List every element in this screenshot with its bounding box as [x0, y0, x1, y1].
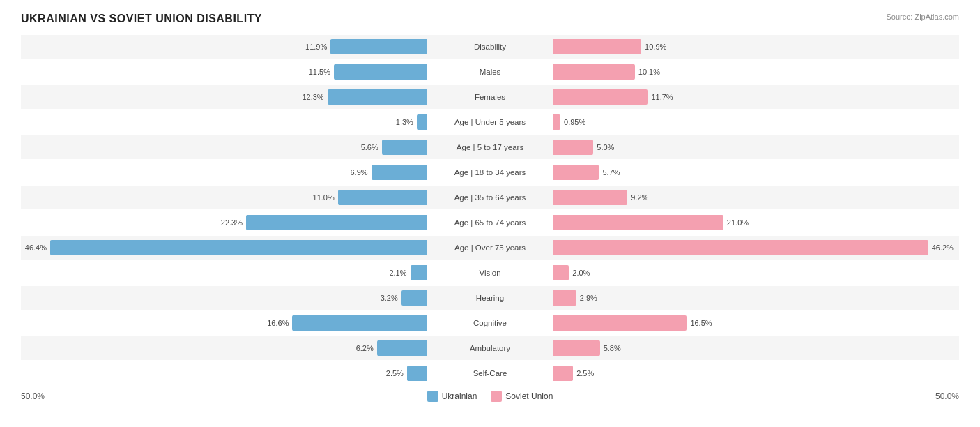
legend-item-soviet: Soviet Union: [491, 391, 553, 402]
bar-blue: [328, 89, 427, 105]
right-section: 0.95%: [553, 110, 959, 134]
axis-right: 50.0%: [935, 391, 959, 401]
left-bar-wrap: 5.6%: [21, 140, 427, 155]
legend-label-soviet: Soviet Union: [505, 391, 553, 401]
left-section: 11.5%: [21, 60, 427, 84]
bar-blue: [417, 114, 427, 130]
right-section: 2.9%: [553, 286, 959, 310]
val-right: 16.5%: [690, 319, 715, 327]
legend-label-ukrainian: Ukrainian: [442, 391, 477, 401]
left-bar-wrap: 16.6%: [21, 315, 427, 331]
chart-footer: 50.0% Ukrainian Soviet Union 50.0%: [21, 391, 959, 402]
right-bar-wrap: 9.2%: [553, 190, 959, 205]
left-section: 46.4%: [21, 236, 427, 260]
legend-item-ukrainian: Ukrainian: [427, 391, 477, 402]
left-bar-wrap: 2.5%: [21, 366, 427, 381]
left-section: 12.3%: [21, 85, 427, 109]
right-bar-wrap: 0.95%: [553, 114, 959, 130]
val-left: 12.3%: [299, 93, 324, 101]
right-bar-wrap: 16.5%: [553, 315, 959, 331]
chart-area: 11.9% Disability 10.9% 11.5% Males: [21, 35, 959, 385]
bar-row: 6.9% Age | 18 to 34 years 5.7%: [21, 160, 959, 184]
chart-title: UKRAINIAN VS SOVIET UNION DISABILITY: [21, 13, 262, 25]
bar-label: Males: [427, 68, 553, 76]
row-inner: 12.3% Females 11.7%: [21, 85, 959, 109]
left-section: 2.5%: [21, 361, 427, 385]
right-section: 5.8%: [553, 336, 959, 360]
val-left: 11.0%: [309, 193, 335, 202]
left-section: 11.9%: [21, 35, 427, 59]
left-section: 2.1%: [21, 261, 427, 285]
row-inner: 22.3% Age | 65 to 74 years 21.0%: [21, 211, 959, 234]
row-inner: 3.2% Hearing 2.9%: [21, 286, 959, 310]
right-bar-wrap: 11.7%: [553, 89, 959, 105]
right-bar-wrap: 5.0%: [553, 140, 959, 155]
right-section: 46.2%: [553, 236, 959, 260]
chart-container: UKRAINIAN VS SOVIET UNION DISABILITY Sou…: [0, 0, 980, 423]
right-bar-wrap: 46.2%: [553, 240, 959, 255]
right-section: 2.0%: [553, 261, 959, 285]
bar-row: 11.5% Males 10.1%: [21, 60, 959, 84]
right-section: 2.5%: [553, 361, 959, 385]
val-right: 21.0%: [727, 218, 752, 227]
val-left: 5.6%: [353, 143, 378, 151]
bar-pink: [553, 340, 600, 356]
bar-blue: [292, 315, 427, 331]
val-right: 10.9%: [645, 43, 670, 51]
val-left: 16.6%: [263, 319, 289, 327]
bar-row: 5.6% Age | 5 to 17 years 5.0%: [21, 135, 959, 159]
right-bar-wrap: 5.8%: [553, 340, 959, 356]
right-bar-wrap: 2.5%: [553, 366, 959, 381]
left-bar-wrap: 6.2%: [21, 340, 427, 356]
bar-pink: [553, 165, 599, 180]
bar-row: 16.6% Cognitive 16.5%: [21, 311, 959, 335]
right-bar-wrap: 2.9%: [553, 290, 959, 306]
val-right: 9.2%: [631, 193, 656, 202]
val-left: 2.1%: [382, 269, 407, 277]
bar-label: Females: [427, 93, 553, 101]
row-inner: 2.5% Self-Care 2.5%: [21, 361, 959, 385]
bar-label: Disability: [427, 43, 553, 51]
left-section: 11.0%: [21, 186, 427, 209]
bar-blue: [407, 366, 427, 381]
row-inner: 5.6% Age | 5 to 17 years 5.0%: [21, 135, 959, 159]
left-bar-wrap: 11.5%: [21, 64, 427, 80]
bar-blue: [338, 190, 427, 205]
bar-label: Age | 5 to 17 years: [427, 143, 553, 151]
left-section: 6.9%: [21, 160, 427, 184]
bar-pink: [553, 140, 593, 155]
val-right: 0.95%: [564, 118, 589, 126]
right-bar-wrap: 10.9%: [553, 39, 959, 54]
row-inner: 16.6% Cognitive 16.5%: [21, 311, 959, 335]
row-inner: 1.3% Age | Under 5 years 0.95%: [21, 110, 959, 134]
bar-label: Age | Under 5 years: [427, 118, 553, 126]
left-section: 16.6%: [21, 311, 427, 335]
right-bar-wrap: 5.7%: [553, 165, 959, 180]
row-inner: 11.0% Age | 35 to 64 years 9.2%: [21, 186, 959, 209]
bar-pink: [553, 114, 560, 130]
row-inner: 6.9% Age | 18 to 34 years 5.7%: [21, 160, 959, 184]
left-bar-wrap: 3.2%: [21, 290, 427, 306]
bar-row: 22.3% Age | 65 to 74 years 21.0%: [21, 211, 959, 234]
right-section: 16.5%: [553, 311, 959, 335]
row-inner: 11.9% Disability 10.9%: [21, 35, 959, 59]
bar-row: 2.5% Self-Care 2.5%: [21, 361, 959, 385]
legend-color-ukrainian: [427, 391, 438, 402]
val-left: 11.5%: [305, 68, 330, 76]
bar-label: Age | 35 to 64 years: [427, 193, 553, 202]
bar-blue: [330, 39, 427, 54]
bar-pink: [553, 265, 569, 280]
right-section: 5.7%: [553, 160, 959, 184]
legend: Ukrainian Soviet Union: [427, 391, 553, 402]
left-bar-wrap: 2.1%: [21, 265, 427, 280]
bar-pink: [553, 366, 573, 381]
val-right: 2.0%: [572, 269, 597, 277]
bar-blue: [334, 64, 427, 80]
axis-left: 50.0%: [21, 391, 45, 401]
bar-blue: [372, 165, 427, 180]
bar-row: 11.9% Disability 10.9%: [21, 35, 959, 59]
left-bar-wrap: 12.3%: [21, 89, 427, 105]
val-left: 11.9%: [302, 43, 327, 51]
bar-label: Age | 18 to 34 years: [427, 168, 553, 177]
left-bar-wrap: 11.0%: [21, 190, 427, 205]
